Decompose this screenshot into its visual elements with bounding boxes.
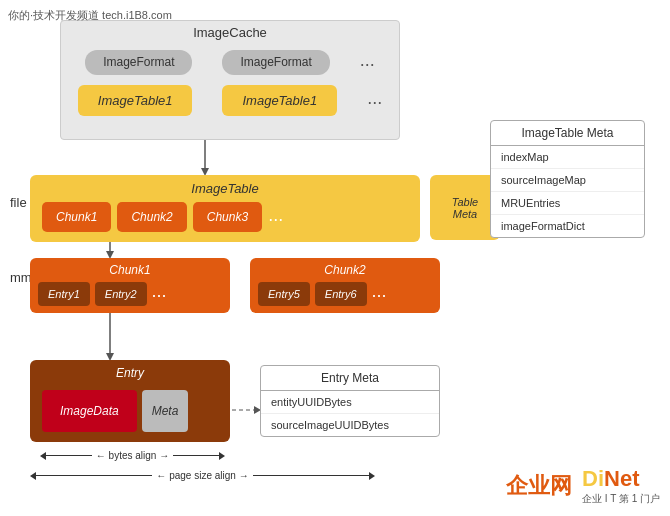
logo-dinet: Di Net 企业 I T 第 1 门户: [582, 466, 660, 506]
image-format-box-1: ImageFormat: [85, 50, 192, 75]
image-table-box-1: ImageTable1: [78, 85, 193, 116]
file-label: file: [10, 195, 27, 210]
image-table-box-2: ImageTable1: [222, 85, 337, 116]
bytes-align-text: ← bytes align →: [92, 450, 173, 461]
bytes-align-line-2: [173, 455, 219, 456]
entry-section: Entry ImageData Meta: [30, 360, 230, 442]
imagetable-meta-title: ImageTable Meta: [491, 121, 644, 146]
logo-net: Net: [604, 466, 639, 492]
table-meta-label: TableMeta: [452, 196, 479, 220]
entry-meta-section: Entry Meta entityUUIDBytes sourceImageUU…: [260, 365, 440, 437]
image-table-dots: ...: [367, 85, 382, 116]
image-table-section-label: ImageTable: [38, 181, 412, 196]
page-align-line-2: [253, 475, 369, 476]
chunk2-entries-row: Entry5 Entry6 ...: [256, 281, 434, 308]
image-format-dots: ...: [360, 50, 375, 75]
chunk-box-3: Chunk3: [193, 202, 262, 232]
chunk2-mmap: Chunk2 Entry5 Entry6 ...: [250, 258, 440, 313]
chunk-box-1: Chunk1: [42, 202, 111, 232]
logo-sub-line: 企业 I T 第 1 门户: [582, 492, 660, 506]
image-table-section: ImageTable Chunk1 Chunk2 Chunk3 ...: [30, 175, 420, 242]
entry-meta-item-1: sourceImageUUIDBytes: [261, 414, 439, 436]
chunk2-mmap-label: Chunk2: [256, 263, 434, 277]
image-cache-box: ImageCache ImageFormat ImageFormat ... I…: [60, 20, 400, 140]
entry-box-6: Entry6: [315, 282, 367, 306]
logo-di: Di: [582, 466, 604, 492]
entry-meta-small-box: Meta: [142, 390, 189, 432]
page-size-align: ← page size align →: [30, 470, 375, 481]
image-format-box-2: ImageFormat: [222, 50, 329, 75]
chunks-row: Chunk1 Chunk2 Chunk3 ...: [38, 202, 412, 236]
main-diagram: ImageCache ImageFormat ImageFormat ... I…: [10, 20, 650, 510]
image-data-box: ImageData: [42, 390, 137, 432]
logo-main: 企业网: [506, 473, 572, 498]
imagetable-meta-item-2: MRUEntries: [491, 192, 644, 215]
imagetable-meta-section: ImageTable Meta indexMap sourceImageMap …: [490, 120, 645, 238]
chunk-dots: ...: [268, 205, 283, 230]
image-format-row: ImageFormat ImageFormat ...: [61, 44, 399, 81]
watermark: 你的·技术开发频道 tech.i1B8.com: [8, 8, 172, 23]
bytes-align-right-arrow: [219, 452, 225, 460]
chunk1-entry-dots: ...: [152, 281, 167, 306]
page-align-right-arrow: [369, 472, 375, 480]
entry-section-label: Entry: [38, 366, 222, 380]
bottom-logo: 企业网 Di Net 企业 I T 第 1 门户: [506, 466, 660, 506]
page-align-text: ← page size align →: [152, 470, 252, 481]
chunk2-entry-dots: ...: [372, 281, 387, 306]
entry-inner-row: ImageData Meta: [38, 386, 222, 436]
chunk-box-2: Chunk2: [117, 202, 186, 232]
bytes-align: ← bytes align →: [40, 450, 225, 461]
entry-box-5: Entry5: [258, 282, 310, 306]
entry-box-1: Entry1: [38, 282, 90, 306]
chunk1-mmap: Chunk1 Entry1 Entry2 ...: [30, 258, 230, 313]
chunk1-mmap-label: Chunk1: [36, 263, 224, 277]
imagetable-meta-item-3: imageFormatDict: [491, 215, 644, 237]
image-table-row: ImageTable1 ImageTable1 ...: [61, 81, 399, 120]
entry-box-2: Entry2: [95, 282, 147, 306]
entry-meta-title: Entry Meta: [261, 366, 439, 391]
chunk1-entries-row: Entry1 Entry2 ...: [36, 281, 224, 308]
entry-meta-item-0: entityUUIDBytes: [261, 391, 439, 414]
image-cache-label: ImageCache: [61, 21, 399, 44]
imagetable-meta-item-1: sourceImageMap: [491, 169, 644, 192]
page-align-line: [36, 475, 152, 476]
bytes-align-line: [46, 455, 92, 456]
logo-sub-text: 企业网: [506, 471, 572, 501]
imagetable-meta-item-0: indexMap: [491, 146, 644, 169]
